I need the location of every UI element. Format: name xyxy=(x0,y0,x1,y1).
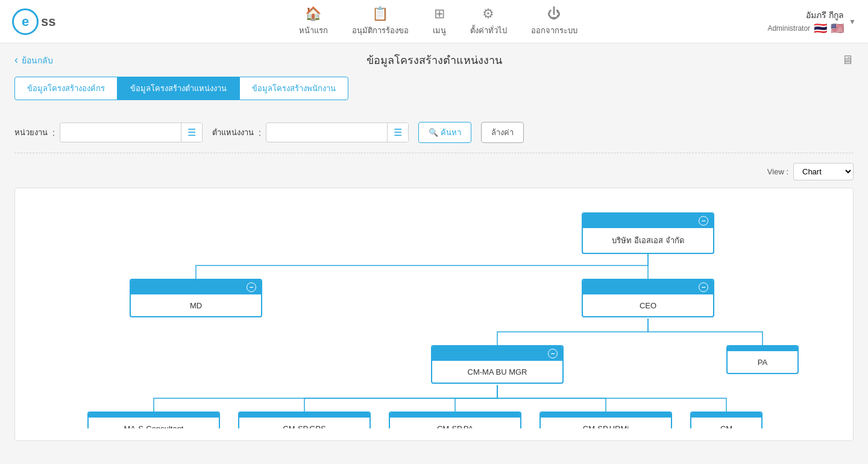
view-row: View : Chart Table xyxy=(14,163,854,180)
back-arrow-icon: ‹ xyxy=(14,54,18,66)
menu-icon: ⊞ xyxy=(434,6,445,22)
connector-cmma-cm2 xyxy=(497,385,726,412)
logo-text: ss xyxy=(41,14,55,30)
position-label: ตำแหน่งงาน xyxy=(212,126,254,139)
collapse-button-ceo[interactable]: − xyxy=(699,282,708,292)
collapse-button-cmma[interactable]: − xyxy=(548,349,558,358)
org-node-header-cmsphrmr xyxy=(541,413,671,418)
search-icon: 🔍 xyxy=(429,128,438,137)
chart-container: −บริษัท อีเอสเอส จำกัด−MD−CEO−CM-MA BU M… xyxy=(14,188,854,441)
connector-ceo-pa xyxy=(648,319,763,345)
tabs-row: ข้อมูลโครงสร้างองค์กร ข้อมูลโครงสร้างตำแ… xyxy=(14,77,854,100)
org-node-mas: MA-S-Consultant xyxy=(87,412,220,428)
request-icon: 📋 xyxy=(372,6,388,22)
nav-home[interactable]: 🏠 หน้าแรก xyxy=(299,6,328,37)
nav-logout-label: ออกจากระบบ xyxy=(531,24,577,37)
nav-logout[interactable]: ⏻ ออกจากระบบ xyxy=(531,6,577,37)
monitor-icon[interactable]: 🖥 xyxy=(841,53,854,67)
org-node-header-mas xyxy=(89,413,219,418)
thai-flag-icon: 🇹🇭 xyxy=(814,22,827,35)
user-chevron-icon[interactable]: ▼ xyxy=(849,17,856,26)
logo-circle: e xyxy=(12,8,39,35)
chart-scroll[interactable]: −บริษัท อีเอสเอส จำกัด−MD−CEO−CM-MA BU M… xyxy=(27,200,841,428)
org-chart: −บริษัท อีเอสเอส จำกัด−MD−CEO−CM-MA BU M… xyxy=(27,200,841,428)
org-node-body-cmsppa: CM-SP.PA xyxy=(390,418,520,428)
unit-colon: : xyxy=(52,128,55,138)
position-filter-group: ตำแหน่งงาน : ☰ xyxy=(212,122,409,142)
main-nav: 🏠 หน้าแรก 📋 อนุมัติการร้องขอ ⊞ เมนู ⚙ ตั… xyxy=(108,6,767,37)
connector-ceo-cmma xyxy=(497,319,648,345)
org-node-body-cmspgps: CM-SP.GPS xyxy=(239,418,370,428)
org-node-body-pa: PA xyxy=(728,351,797,373)
clear-button[interactable]: ล้างค่า xyxy=(481,122,524,143)
nav-request-label: อนุมัติการร้องขอ xyxy=(352,24,409,37)
connector-cmma-mas xyxy=(154,385,497,412)
back-button[interactable]: ‹ ย้อนกลับ xyxy=(14,54,53,67)
home-icon: 🏠 xyxy=(305,6,321,22)
org-node-body-cmma: CM-MA BU MGR xyxy=(432,361,562,383)
org-node-root: −บริษัท อีเอสเอส จำกัด xyxy=(582,212,714,254)
org-node-pa: PA xyxy=(726,345,799,374)
org-node-header-cmspgps xyxy=(239,413,370,418)
search-button[interactable]: 🔍 ค้นหา xyxy=(418,122,471,143)
org-node-md: −MD xyxy=(130,279,262,317)
nav-settings-label: ตั้งค่าทั่วไป xyxy=(470,24,507,37)
org-node-cmspgps: CM-SP.GPS xyxy=(238,412,371,428)
tab-employee[interactable]: ข้อมูลโครงสร้างพนักงาน xyxy=(239,77,348,100)
view-label: View : xyxy=(767,167,788,176)
org-node-header-cmsppa xyxy=(390,413,520,418)
org-node-cm2: CM xyxy=(690,412,763,428)
collapse-button-md[interactable]: − xyxy=(247,282,256,292)
org-node-body-mas: MA-S-Consultant xyxy=(89,418,219,428)
page-title-row: ‹ ย้อนกลับ ข้อมูลโครงสร้างตำแหน่งงาน 🖥 xyxy=(14,53,854,67)
page-title: ข้อมูลโครงสร้างตำแหน่งงาน xyxy=(366,51,502,69)
connector-cmma-cmsphrmr xyxy=(497,385,606,412)
user-name: อัมภรี กีกูล xyxy=(806,8,844,22)
nav-menu[interactable]: ⊞ เมนู xyxy=(433,6,446,37)
org-node-body-md: MD xyxy=(131,294,261,316)
org-node-header-root: − xyxy=(583,214,713,228)
unit-filter-group: หน่วยงาน : ☰ xyxy=(14,122,203,142)
org-node-cmsphrmr: CM-SP.HRMi xyxy=(539,412,672,428)
org-node-ceo: −CEO xyxy=(582,279,714,317)
filter-row: หน่วยงาน : ☰ ตำแหน่งงาน : ☰ 🔍 ค้นหา ล้าง… xyxy=(14,112,854,153)
page-content: ‹ ย้อนกลับ ข้อมูลโครงสร้างตำแหน่งงาน 🖥 ข… xyxy=(0,43,868,451)
org-node-body-cm2: CM xyxy=(691,418,761,428)
clear-label: ล้างค่า xyxy=(491,128,514,137)
org-node-header-cm2 xyxy=(691,413,761,418)
search-label: ค้นหา xyxy=(441,126,461,139)
org-node-cmma: −CM-MA BU MGR xyxy=(431,345,564,384)
nav-home-label: หน้าแรก xyxy=(299,24,328,37)
unit-input[interactable] xyxy=(60,124,181,141)
header: e ss 🏠 หน้าแรก 📋 อนุมัติการร้องขอ ⊞ เมนู… xyxy=(0,0,868,43)
user-area: อัมภรี กีกูล Administrator 🇹🇭 🇺🇸 ▼ xyxy=(767,8,856,35)
position-input[interactable] xyxy=(266,124,387,141)
org-node-body-root: บริษัท อีเอสเอส จำกัด xyxy=(583,228,713,253)
org-node-header-ceo: − xyxy=(583,280,713,294)
org-node-header-md: − xyxy=(131,280,261,294)
unit-input-wrap: ☰ xyxy=(60,122,203,142)
nav-settings[interactable]: ⚙ ตั้งค่าทั่วไป xyxy=(470,6,507,37)
org-node-cmsppa: CM-SP.PA xyxy=(389,412,521,428)
nav-menu-label: เมนู xyxy=(433,24,446,37)
org-node-header-cmma: − xyxy=(432,346,562,361)
unit-list-button[interactable]: ☰ xyxy=(181,123,202,142)
org-node-body-cmsphrmr: CM-SP.HRMi xyxy=(541,418,671,428)
connector-cmma-cmspgps xyxy=(304,385,497,412)
user-role: Administrator xyxy=(767,24,810,33)
us-flag-icon: 🇺🇸 xyxy=(831,22,844,35)
position-list-button[interactable]: ☰ xyxy=(387,123,408,142)
view-select[interactable]: Chart Table xyxy=(793,163,854,180)
connector-root-md xyxy=(196,252,648,279)
collapse-button-root[interactable]: − xyxy=(699,216,708,226)
logout-icon: ⏻ xyxy=(547,6,561,22)
nav-request[interactable]: 📋 อนุมัติการร้องขอ xyxy=(352,6,409,37)
back-label: ย้อนกลับ xyxy=(22,54,53,67)
position-input-wrap: ☰ xyxy=(266,122,409,142)
tab-org[interactable]: ข้อมูลโครงสร้างองค์กร xyxy=(14,77,118,100)
org-node-body-ceo: CEO xyxy=(583,294,713,316)
tab-position[interactable]: ข้อมูลโครงสร้างตำแหน่งงาน xyxy=(118,77,239,100)
logo: e ss xyxy=(12,8,108,35)
org-node-header-pa xyxy=(728,346,797,351)
position-colon: : xyxy=(259,128,261,138)
